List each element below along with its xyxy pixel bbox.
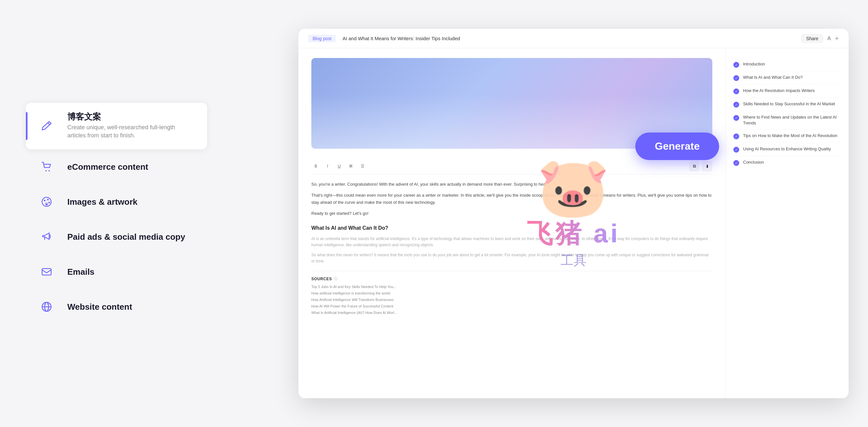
topbar-actions: Share A + — [801, 34, 839, 43]
editor-body: So, you're a writer. Congratulations! Wi… — [311, 181, 712, 264]
outline-item-label: Conclusion — [743, 160, 764, 165]
blog-post-content: 博客文案 Create unique, well-researched full… — [67, 112, 177, 140]
sidebar: 博客文案 Create unique, well-researched full… — [26, 103, 207, 324]
outline-item-label: Tips on How to Make the Most of the AI R… — [743, 133, 837, 139]
svg-point-6 — [45, 203, 48, 205]
blog-post-title-cn: 博客文案 — [67, 112, 177, 121]
check-icon — [733, 134, 739, 139]
editor-para-1: So, you're a writer. Congratulations! Wi… — [311, 181, 712, 188]
pen-icon — [39, 118, 54, 134]
check-icon — [733, 102, 739, 108]
sidebar-item-emails[interactable]: Emails — [26, 254, 207, 289]
website-title: Website content — [67, 303, 132, 311]
images-content: Images & artwork — [67, 198, 137, 206]
svg-point-1 — [49, 170, 50, 171]
website-content: Website content — [67, 303, 132, 311]
editor-para-3: Ready to get started? Let's go! — [311, 210, 712, 217]
outline-item: Skills Needed to Stay Successful in the … — [733, 98, 841, 111]
browser-mockup: Blog post AI and What It Means for Write… — [299, 29, 848, 398]
megaphone-icon — [39, 229, 54, 245]
svg-point-5 — [49, 202, 50, 203]
topbar-title: AI and What It Means for Writers: Inside… — [342, 36, 795, 41]
sidebar-item-ecommerce[interactable]: eCommerce content — [26, 149, 207, 184]
check-icon — [733, 88, 739, 94]
emails-content: Emails — [67, 267, 94, 276]
add-button[interactable]: + — [835, 34, 839, 43]
toolbar-bold[interactable]: B — [311, 162, 320, 171]
check-icon — [733, 75, 739, 81]
ecommerce-title: eCommerce content — [67, 163, 148, 171]
outline-item-label: What Is AI and What Can It Do? — [743, 75, 803, 80]
topbar-tag: Blog post — [308, 35, 336, 42]
editor-heading: What Is AI and What Can It Do? — [311, 224, 712, 232]
editor-area: B I U ⌘ ☰ ⧉ ⬇ So, you're a writer. Congr… — [299, 48, 725, 398]
source-1: Top 5 Jobs In AI and Key Skills Needed T… — [311, 284, 712, 290]
envelope-icon — [39, 264, 54, 280]
app-content: B I U ⌘ ☰ ⧉ ⬇ So, you're a writer. Congr… — [299, 48, 848, 398]
check-icon — [733, 160, 739, 166]
palette-icon — [39, 194, 54, 209]
blog-post-subtitle: Create unique, well-researched full-leng… — [67, 123, 177, 140]
source-2: How artificial intelligence is transform… — [311, 290, 712, 297]
toolbar-list[interactable]: ☰ — [358, 162, 367, 171]
source-5: What Is Artificial Intelligence (AI)? Ho… — [311, 310, 712, 316]
outline-item: What Is AI and What Can It Do? — [733, 71, 841, 85]
editor-blur-1: AI is an umbrella term that stands for a… — [311, 236, 712, 248]
source-4: How AI Will Power the Future of Successf… — [311, 303, 712, 310]
sources-title: SOURCES ⓘ — [311, 276, 712, 281]
outline-item: Conclusion — [733, 156, 841, 169]
outline-item-label: Using AI Resources to Enhance Writing Qu… — [743, 146, 831, 152]
ecommerce-content: eCommerce content — [67, 163, 148, 171]
toolbar-underline[interactable]: U — [335, 162, 344, 171]
cart-icon — [39, 159, 54, 175]
outline-item-label: Introduction — [743, 61, 765, 67]
outline-item-label: Where to Find News and Updates on the La… — [743, 114, 841, 126]
toolbar-italic[interactable]: I — [323, 162, 332, 171]
toolbar-download-button[interactable]: ⬇ — [702, 161, 712, 171]
outline-sidebar: IntroductionWhat Is AI and What Can It D… — [725, 48, 848, 398]
emails-title: Emails — [67, 267, 94, 276]
editor-para-2: That's right—this could mean even more f… — [311, 192, 712, 206]
sources-section: SOURCES ⓘ Top 5 Jobs In AI and Key Skill… — [311, 271, 712, 316]
generate-button[interactable]: Generate — [635, 133, 719, 160]
sources-list: Top 5 Jobs In AI and Key Skills Needed T… — [311, 284, 712, 316]
svg-point-3 — [44, 200, 45, 201]
check-icon — [733, 147, 739, 152]
outline-item: How the AI Revolution Impacts Writers — [733, 85, 841, 98]
check-icon — [733, 115, 739, 121]
app-ui: Blog post AI and What It Means for Write… — [299, 29, 848, 398]
toolbar-link[interactable]: ⌘ — [346, 162, 355, 171]
svg-point-0 — [45, 170, 46, 171]
sidebar-item-paid-ads[interactable]: Paid ads & social media copy — [26, 219, 207, 254]
paid-ads-title: Paid ads & social media copy — [67, 233, 185, 241]
toolbar-copy-button[interactable]: ⧉ — [689, 161, 700, 171]
outline-item-label: How the AI Revolution Impacts Writers — [743, 88, 815, 94]
outline-item-label: Skills Needed to Stay Successful in the … — [743, 101, 835, 107]
app-topbar: Blog post AI and What It Means for Write… — [299, 29, 848, 48]
check-icon — [733, 62, 739, 68]
outline-item: Using AI Resources to Enhance Writing Qu… — [733, 143, 841, 156]
share-button[interactable]: Share — [801, 34, 823, 43]
outline-item: Tips on How to Make the Most of the AI R… — [733, 130, 841, 143]
outline-item: Introduction — [733, 58, 841, 71]
globe-icon — [39, 299, 54, 315]
editor-blur-2: So what does this mean for writers? It m… — [311, 252, 712, 264]
preview-panel: Blog post AI and What It Means for Write… — [299, 29, 848, 398]
sidebar-item-website[interactable]: Website content — [26, 289, 207, 324]
sidebar-item-blog-post[interactable]: 博客文案 Create unique, well-researched full… — [26, 103, 207, 149]
translate-button[interactable]: A — [827, 36, 831, 41]
paid-ads-content: Paid ads & social media copy — [67, 233, 185, 241]
outline-item: Where to Find News and Updates on the La… — [733, 111, 841, 130]
images-title: Images & artwork — [67, 198, 137, 206]
source-3: How Artificial Intelligence Will Transfo… — [311, 297, 712, 303]
svg-point-4 — [47, 199, 49, 201]
svg-rect-7 — [42, 268, 51, 275]
sidebar-item-images[interactable]: Images & artwork — [26, 184, 207, 219]
editor-toolbar: B I U ⌘ ☰ ⧉ ⬇ — [311, 159, 712, 174]
